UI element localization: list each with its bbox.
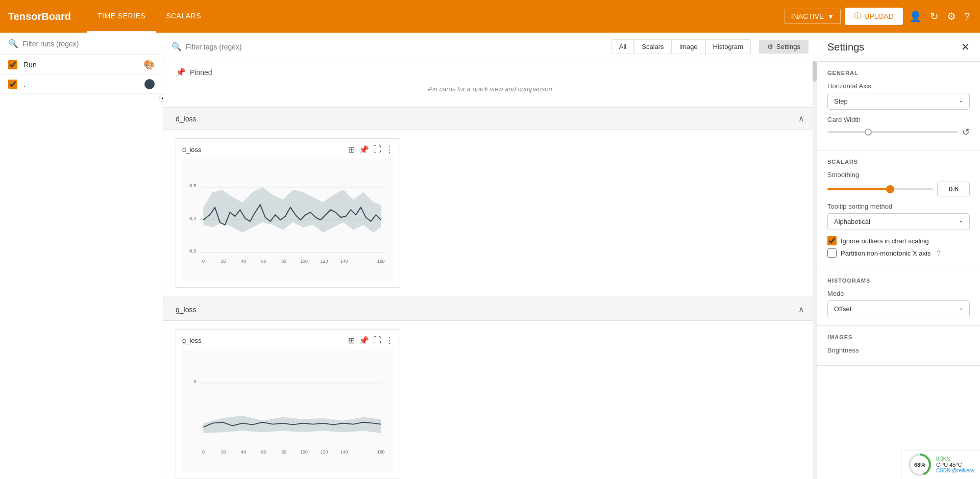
- upload-button[interactable]: ⓘ UPLOAD: [845, 8, 903, 25]
- partition-checkbox[interactable]: [827, 248, 837, 258]
- settings-general-section: GENERAL Horizontal Axis Step Relative Wa…: [817, 62, 980, 150]
- nav-time-series[interactable]: TIME SERIES: [87, 0, 156, 33]
- tab-image[interactable]: Image: [672, 39, 705, 54]
- tab-scalars[interactable]: Scalars: [634, 39, 671, 54]
- pin-card-icon-g[interactable]: 📌: [359, 336, 369, 345]
- topnav: TensorBoard TIME SERIES SCALARS INACTIVE…: [0, 0, 980, 33]
- chart-section-header-dloss[interactable]: d_loss ∧: [163, 108, 817, 130]
- run-checkbox-run[interactable]: [8, 60, 17, 69]
- collapse-icon-dloss[interactable]: ∧: [798, 114, 804, 123]
- chart-area-dloss: 0.5 0.4 0.3 0 20 40: [182, 159, 394, 281]
- expand-small-icon[interactable]: ⊞: [348, 145, 355, 155]
- run-checkbox-dot[interactable]: [8, 80, 17, 89]
- filter-search-icon: 🔍: [172, 42, 182, 52]
- smoothing-slider[interactable]: [827, 188, 933, 190]
- sidebar-search: 🔍: [0, 33, 163, 55]
- settings-btn-icon: ⚙: [767, 43, 773, 51]
- histogram-mode-label: Mode: [827, 290, 970, 297]
- topnav-right: INACTIVE ▼ ⓘ UPLOAD 👤 ↻ ⚙ ?: [785, 8, 972, 25]
- more-options-icon-g[interactable]: ⋮: [385, 336, 394, 345]
- scrollbar-track[interactable]: [813, 61, 817, 479]
- svg-text:0.3: 0.3: [189, 248, 197, 254]
- sidebar-collapse-arrow[interactable]: ◀: [159, 94, 163, 102]
- upload-label: UPLOAD: [864, 12, 894, 20]
- run-palette-icon[interactable]: 🎨: [143, 59, 155, 70]
- chart-grid-dloss: d_loss ⊞ 📌 ⛶ ⋮ 0.5: [163, 130, 817, 296]
- system-info: 0.3K/s CPU 45°C CSDN @relivera: [936, 456, 974, 473]
- settings-scalars-section: SCALARS Smoothing 0.6 Tooltip sorting me…: [817, 150, 980, 269]
- svg-text:140: 140: [340, 259, 348, 264]
- svg-text:120: 120: [321, 449, 328, 455]
- help-icon[interactable]: ?: [962, 9, 972, 24]
- chart-card-title-gloss: g_loss: [182, 337, 202, 344]
- pinned-empty-text: Pin cards for a quick view and compariso…: [176, 77, 804, 101]
- chart-svg-gloss: 3 0 20 40 60 80 100 120 140 160: [182, 349, 394, 472]
- histograms-section-title: HISTOGRAMS: [827, 278, 970, 284]
- brightness-label: Brightness: [827, 346, 970, 354]
- card-width-reset-icon[interactable]: ↺: [962, 127, 970, 138]
- svg-text:20: 20: [221, 449, 226, 455]
- general-section-title: GENERAL: [827, 70, 970, 76]
- svg-text:20: 20: [221, 259, 226, 264]
- profile-icon[interactable]: 👤: [907, 8, 924, 24]
- partition-help-icon[interactable]: ?: [937, 249, 941, 257]
- partition-label: Partition non-monotonic X axis: [841, 249, 930, 257]
- nav-scalars[interactable]: SCALARS: [156, 0, 211, 33]
- svg-text:3: 3: [193, 379, 197, 384]
- settings-close-button[interactable]: ✕: [961, 41, 970, 53]
- settings-images-section: IMAGES Brightness: [817, 326, 980, 366]
- run-label-dot: .: [23, 80, 138, 88]
- inactive-label: INACTIVE: [791, 12, 824, 20]
- pinned-header: 📌 Pinned: [176, 67, 804, 77]
- more-options-icon[interactable]: ⋮: [385, 145, 394, 155]
- settings-btn-label: Settings: [776, 43, 800, 51]
- images-section-title: IMAGES: [827, 334, 970, 340]
- chart-grid-gloss: g_loss ⊞ 📌 ⛶ ⋮ 3: [163, 321, 817, 479]
- smoothing-value-input[interactable]: 0.6: [937, 182, 970, 196]
- chart-section-header-gloss[interactable]: g_loss ∧: [163, 298, 817, 321]
- net-speed: 0.3K/s: [936, 456, 974, 462]
- dropdown-arrow-icon: ▼: [827, 12, 834, 20]
- chart-section-title-gloss: g_loss: [176, 306, 196, 314]
- chart-card-actions-dloss: ⊞ 📌 ⛶ ⋮: [348, 145, 394, 155]
- settings-button[interactable]: ⚙ Settings: [759, 40, 808, 54]
- svg-text:0.4: 0.4: [189, 215, 197, 221]
- fullscreen-icon[interactable]: ⛶: [373, 145, 381, 155]
- system-widget: 68% 0.3K/s CPU 45°C CSDN @relivera: [901, 450, 980, 479]
- pin-card-icon[interactable]: 📌: [359, 145, 369, 155]
- expand-small-icon-g[interactable]: ⊞: [348, 336, 355, 345]
- partition-row: Partition non-monotonic X axis ?: [827, 248, 970, 258]
- content-toolbar: 🔍 All Scalars Image Histogram ⚙ Settings: [163, 33, 817, 61]
- tab-all[interactable]: All: [611, 39, 634, 54]
- fullscreen-icon-g[interactable]: ⛶: [373, 336, 381, 345]
- ignore-outliers-checkbox[interactable]: [827, 236, 837, 245]
- scrollbar-thumb[interactable]: [813, 61, 817, 82]
- run-color-dot[interactable]: [144, 79, 155, 89]
- filter-runs-input[interactable]: [22, 40, 155, 48]
- collapse-icon-gloss[interactable]: ∧: [798, 305, 804, 314]
- settings-panel: Settings ✕ GENERAL Horizontal Axis Step …: [817, 33, 980, 479]
- svg-text:60: 60: [261, 449, 266, 455]
- csdn-link[interactable]: CSDN @relivera: [936, 468, 974, 473]
- chart-section-title-dloss: d_loss: [176, 115, 196, 123]
- chart-area-gloss: 3 0 20 40 60 80 100 120 140 160: [182, 349, 394, 472]
- app-logo: TensorBoard: [8, 11, 71, 22]
- tooltip-sorting-select[interactable]: Alphabetical Ascending Descending Defaul…: [827, 213, 970, 230]
- svg-text:80: 80: [281, 449, 286, 455]
- card-width-row: ↺: [827, 127, 970, 138]
- card-width-slider[interactable]: [827, 131, 958, 133]
- svg-text:40: 40: [241, 259, 246, 264]
- svg-text:40: 40: [241, 449, 246, 455]
- inactive-dropdown[interactable]: INACTIVE ▼: [785, 9, 841, 24]
- histogram-mode-select[interactable]: Offset Overlay: [827, 300, 970, 317]
- main-layout: 🔍 Run 🎨 . ◀ 🔍 All Scalars: [0, 33, 980, 479]
- filter-tags-input[interactable]: [186, 43, 603, 51]
- svg-text:0: 0: [202, 449, 205, 455]
- tab-histogram[interactable]: Histogram: [705, 39, 751, 54]
- cpu-ring: 68%: [908, 452, 932, 477]
- refresh-icon[interactable]: ↻: [928, 8, 941, 24]
- settings-icon[interactable]: ⚙: [945, 8, 958, 24]
- horizontal-axis-select[interactable]: Step Relative Wall: [827, 93, 970, 110]
- svg-text:0: 0: [202, 259, 205, 264]
- chart-card-header-gloss: g_loss ⊞ 📌 ⛶ ⋮: [182, 336, 394, 345]
